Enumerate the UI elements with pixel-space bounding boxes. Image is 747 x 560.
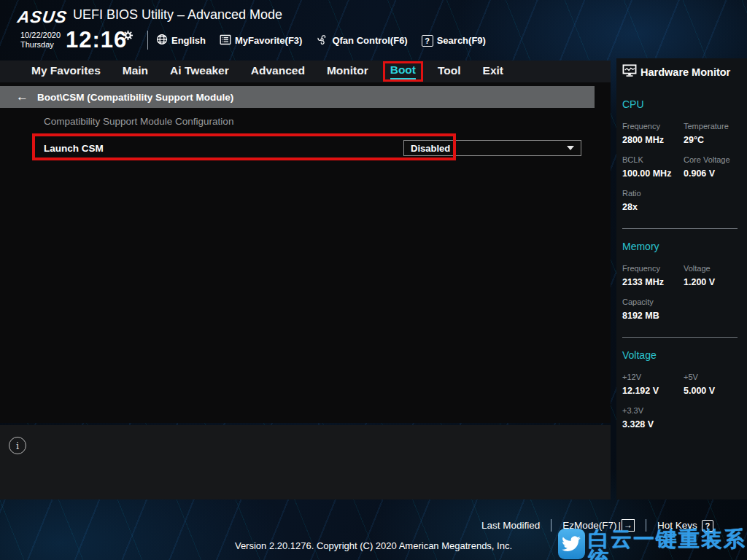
language-label: English [171, 35, 206, 46]
launch-csm-row[interactable]: Launch CSM Disabled [0, 135, 611, 161]
watermark: 白云一键重装系统 www.baiyunxitong.com [558, 529, 747, 560]
back-arrow-icon[interactable]: ← [16, 90, 28, 104]
stat-label: +3.3V [622, 406, 684, 415]
stat-value: 1.200 V [684, 277, 747, 287]
weekday-text: Thursday [20, 40, 61, 50]
asus-logo: ASUS [16, 7, 69, 27]
header-toolbar: English MyFavorite(F3) [156, 34, 486, 47]
launch-csm-value: Disabled [411, 143, 450, 154]
stat-label: Voltage [684, 264, 747, 273]
stat-label: Core Voltage [684, 155, 747, 164]
search-button[interactable]: ? Search(F9) [422, 35, 486, 47]
stat-value: 5.000 V [684, 386, 747, 396]
gear-icon[interactable] [123, 30, 133, 44]
stat-label: Temperature [684, 122, 747, 131]
favorite-list-icon [220, 34, 231, 47]
monitor-icon [622, 64, 637, 79]
bird-icon [558, 529, 585, 559]
tab-tool[interactable]: Tool [427, 62, 472, 81]
voltage-stats: +12V +5V 12.192 V 5.000 V +3.3V 3.328 V [622, 362, 747, 429]
watermark-text: 白云一键重装系统 [588, 529, 747, 560]
chevron-down-icon [567, 146, 574, 150]
stat-value: 8192 MB [622, 311, 684, 321]
stat-label: BCLK [622, 155, 684, 164]
stat-value: 2800 MHz [622, 135, 684, 145]
hardware-monitor-header: Hardware Monitor [622, 64, 747, 79]
launch-csm-label: Launch CSM [44, 143, 104, 154]
stat-value: 3.328 V [622, 419, 684, 429]
voltage-section-title: Voltage [622, 349, 747, 361]
tab-exit[interactable]: Exit [472, 62, 514, 81]
stat-value: 2133 MHz [622, 277, 684, 287]
content-panel: ← Boot\CSM (Compatibility Support Module… [0, 82, 611, 423]
stat-value: 29°C [684, 135, 747, 145]
language-button[interactable]: English [156, 34, 206, 47]
qfan-label: Qfan Control(F6) [332, 35, 407, 46]
tab-boot[interactable]: Boot [383, 61, 423, 82]
stat-value: 28x [622, 202, 684, 212]
date-block: 10/22/2020 Thursday [20, 31, 61, 50]
stat-label: Frequency [622, 264, 684, 273]
tab-advanced[interactable]: Advanced [240, 62, 316, 81]
divider [622, 337, 738, 338]
stat-label: Ratio [622, 189, 684, 198]
hardware-monitor-title: Hardware Monitor [640, 66, 730, 78]
tab-my-favorites[interactable]: My Favorites [20, 62, 112, 81]
globe-icon [156, 34, 168, 47]
breadcrumb-label: Boot\CSM (Compatibility Support Module) [37, 92, 233, 103]
tab-main[interactable]: Main [112, 62, 159, 81]
main-menu: My Favorites Main Ai Tweaker Advanced Mo… [0, 61, 611, 82]
hardware-monitor-panel: Hardware Monitor CPU Frequency Temperatu… [616, 58, 747, 499]
header-divider [147, 31, 148, 50]
memory-section-title: Memory [622, 241, 747, 252]
divider [622, 228, 738, 229]
memory-stats: Frequency Voltage 2133 MHz 1.200 V Capac… [622, 254, 747, 321]
top-header: ASUS UEFI BIOS Utility – Advanced Mode 1… [0, 0, 747, 58]
app-title: UEFI BIOS Utility – Advanced Mode [73, 7, 282, 23]
stat-label: +5V [684, 373, 747, 381]
stat-value: 100.00 MHz [622, 168, 684, 179]
tab-ai-tweaker[interactable]: Ai Tweaker [159, 62, 240, 81]
stat-label: Frequency [622, 122, 684, 131]
cpu-section-title: CPU [622, 98, 747, 110]
cpu-stats: Frequency Temperature 2800 MHz 29°C BCLK… [622, 112, 747, 212]
date-text: 10/22/2020 [20, 31, 61, 40]
section-title: Compatibility Support Module Configurati… [44, 116, 233, 127]
tab-monitor[interactable]: Monitor [316, 62, 379, 81]
qfan-control-button[interactable]: Qfan Control(F6) [316, 34, 407, 47]
last-modified-button[interactable]: Last Modified [481, 520, 540, 531]
my-favorite-label: MyFavorite(F3) [235, 35, 302, 46]
launch-csm-dropdown[interactable]: Disabled [403, 140, 581, 156]
stat-value: 0.906 V [684, 168, 747, 179]
search-help-icon: ? [422, 35, 433, 47]
stat-value: 12.192 V [622, 386, 684, 396]
description-panel: i [0, 425, 611, 499]
footer-divider [551, 519, 551, 532]
my-favorite-button[interactable]: MyFavorite(F3) [220, 34, 302, 47]
fan-icon [316, 34, 328, 47]
breadcrumb: ← Boot\CSM (Compatibility Support Module… [0, 86, 595, 108]
info-icon: i [9, 437, 26, 454]
search-label: Search(F9) [437, 35, 486, 46]
clock: 12:16 [66, 27, 127, 53]
stat-label: Capacity [622, 298, 684, 306]
stat-label: +12V [622, 373, 684, 381]
